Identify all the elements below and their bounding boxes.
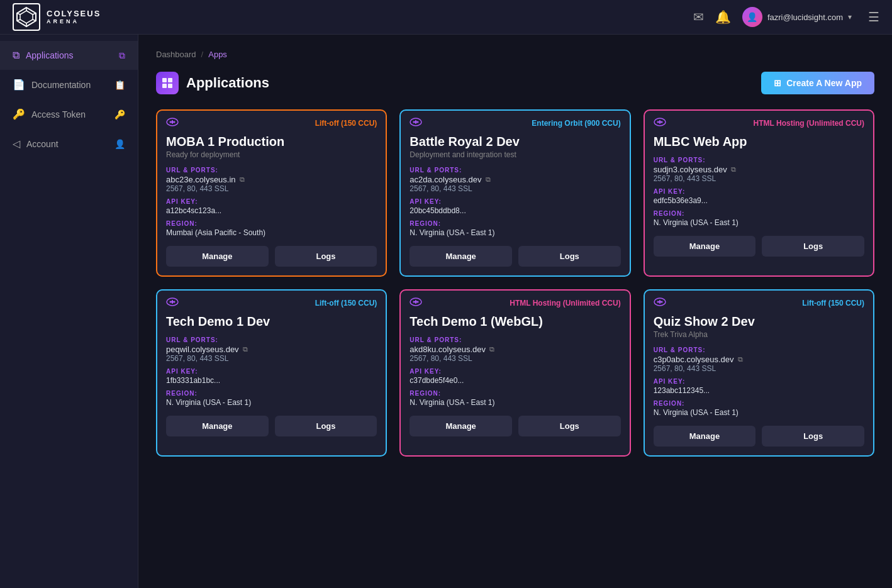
copy-url-icon[interactable]: ⧉ (243, 345, 248, 353)
chevron-down-icon: ▾ (848, 13, 852, 21)
card-title: Tech Demo 1 Dev (166, 314, 377, 329)
url-value: abc23e.colyseus.in (166, 175, 236, 184)
app-card-battle-royal: Entering Orbit (900 CCU) Battle Royal 2 … (399, 109, 630, 277)
card-body: MOBA 1 Production Ready for deployment U… (157, 133, 386, 275)
card-api-key: a12bc4sc123a... (166, 206, 377, 215)
card-url: akd8ku.colyseus.dev ⧉ (410, 345, 620, 354)
breadcrumb: Dashboard / Apps (156, 50, 874, 59)
card-game-icon (654, 117, 666, 130)
region-label: REGION: (410, 390, 620, 397)
mail-icon[interactable]: ✉ (693, 9, 704, 25)
page-title-icon (156, 72, 179, 94)
url-value: akd8ku.colyseus.dev (410, 345, 486, 354)
card-api-key: edfc5b36e3a9... (654, 196, 864, 205)
svg-rect-41 (658, 301, 662, 302)
user-menu[interactable]: 👤 fazri@lucidsight.com ▾ (742, 7, 852, 27)
sidebar-item-access-token[interactable]: 🔑 Access Token 🔑 (0, 99, 138, 129)
card-region: N. Virginia (USA - East 1) (654, 218, 864, 227)
create-btn-label: Create A New App (786, 78, 862, 88)
username: fazri@lucidsight.com (767, 13, 843, 22)
region-label: REGION: (410, 220, 620, 227)
card-url: abc23e.colyseus.in ⧉ (166, 175, 377, 184)
svg-marker-1 (20, 11, 33, 23)
card-ports: 2567, 80, 443 SSL (166, 184, 377, 193)
card-api-key: 20bc45bddbd8... (410, 206, 620, 215)
sidebar-item-label: Access Token (31, 109, 86, 119)
region-label: REGION: (166, 390, 377, 397)
copy-url-icon[interactable]: ⧉ (731, 165, 736, 174)
bell-icon[interactable]: 🔔 (715, 9, 731, 25)
applications-icon: ⧉ (13, 50, 20, 61)
copy-url-icon[interactable]: ⧉ (486, 175, 491, 184)
copy-url-icon[interactable]: ⧉ (738, 355, 743, 363)
card-body: MLBC Web App URL & PORTS: sudjn3.colyseu… (645, 133, 873, 265)
doc-icon: 📋 (114, 80, 125, 90)
card-game-icon (654, 297, 666, 309)
sidebar-item-label: Documentation (31, 80, 91, 90)
card-actions: Manage Logs (166, 246, 377, 267)
logo: COLYSEUS ARENA (13, 3, 101, 31)
card-region: N. Virginia (USA - East 1) (410, 228, 620, 237)
card-subtitle: Ready for deployment (166, 150, 377, 159)
copy-url-icon[interactable]: ⧉ (240, 175, 245, 184)
manage-button[interactable]: Manage (166, 416, 269, 436)
main-content: Dashboard / Apps Applications ⊞ Cre (138, 35, 892, 588)
api-key-label: API KEY: (654, 378, 864, 385)
layout: ⧉ Applications ⧉ 📄 Documentation 📋 🔑 Acc… (0, 35, 892, 588)
card-header: Lift-off (150 CCU) (157, 111, 386, 133)
url-ports-label: URL & PORTS: (654, 157, 864, 164)
api-key-label: API KEY: (166, 198, 377, 205)
card-ports: 2567, 80, 443 SSL (410, 354, 620, 363)
url-ports-label: URL & PORTS: (166, 336, 377, 343)
card-url: c3p0abc.colyseus.dev ⧉ (654, 355, 864, 364)
logs-button[interactable]: Logs (518, 416, 621, 436)
plus-icon: ⊞ (774, 78, 781, 88)
card-region: N. Virginia (USA - East 1) (410, 398, 620, 407)
card-body: Tech Demo 1 Dev URL & PORTS: peqwil.coly… (157, 313, 386, 445)
card-plan: HTML Hosting (Unlimited CCU) (510, 299, 620, 308)
manage-button[interactable]: Manage (654, 236, 756, 257)
manage-button[interactable]: Manage (410, 246, 512, 267)
hamburger-icon[interactable]: ☰ (868, 9, 879, 25)
card-plan: Lift-off (150 CCU) (802, 299, 864, 308)
card-plan: Lift-off (150 CCU) (315, 119, 377, 128)
logs-button[interactable]: Logs (762, 236, 864, 257)
sidebar-item-documentation[interactable]: 📄 Documentation 📋 (0, 70, 138, 99)
url-value: c3p0abc.colyseus.dev (654, 355, 734, 364)
breadcrumb-dashboard[interactable]: Dashboard (156, 50, 196, 59)
logs-button[interactable]: Logs (275, 246, 377, 267)
logs-button[interactable]: Logs (762, 426, 864, 447)
manage-button[interactable]: Manage (166, 246, 269, 267)
card-body: Tech Demo 1 (WebGL) URL & PORTS: akd8ku.… (401, 313, 629, 445)
card-region: N. Virginia (USA - East 1) (166, 398, 377, 407)
card-actions: Manage Logs (410, 416, 620, 436)
sidebar-item-account[interactable]: ◁ Account 👤 (0, 129, 138, 158)
manage-button[interactable]: Manage (654, 426, 756, 447)
card-header: Lift-off (150 CCU) (157, 291, 386, 313)
create-app-button[interactable]: ⊞ Create A New App (761, 72, 874, 94)
key-icon-right: 🔑 (114, 109, 125, 119)
card-title: Tech Demo 1 (WebGL) (410, 314, 620, 329)
logs-button[interactable]: Logs (518, 246, 621, 267)
topbar: COLYSEUS ARENA ✉ 🔔 👤 fazri@lucidsight.co… (0, 0, 892, 35)
card-actions: Manage Logs (410, 246, 620, 267)
card-url: ac2da.colyseus.dev ⧉ (410, 175, 620, 184)
logs-button[interactable]: Logs (275, 416, 377, 436)
account-icon: ◁ (13, 138, 20, 150)
sidebar: ⧉ Applications ⧉ 📄 Documentation 📋 🔑 Acc… (0, 35, 138, 588)
card-game-icon (166, 117, 179, 130)
app-card-moba1: Lift-off (150 CCU) MOBA 1 Production Rea… (156, 109, 387, 277)
card-game-icon (410, 117, 422, 130)
card-api-key: 123abc112345... (654, 386, 864, 395)
api-key-label: API KEY: (166, 368, 377, 375)
manage-button[interactable]: Manage (410, 416, 512, 436)
svg-rect-31 (170, 301, 174, 302)
sidebar-item-applications[interactable]: ⧉ Applications ⧉ (0, 41, 138, 70)
card-url: sudjn3.colyseus.dev ⧉ (654, 165, 864, 174)
api-key-label: API KEY: (410, 368, 620, 375)
logo-icon (13, 3, 40, 31)
card-actions: Manage Logs (654, 236, 864, 257)
svg-rect-16 (170, 121, 174, 123)
card-title: MOBA 1 Production (166, 135, 377, 149)
copy-url-icon[interactable]: ⧉ (489, 345, 494, 353)
